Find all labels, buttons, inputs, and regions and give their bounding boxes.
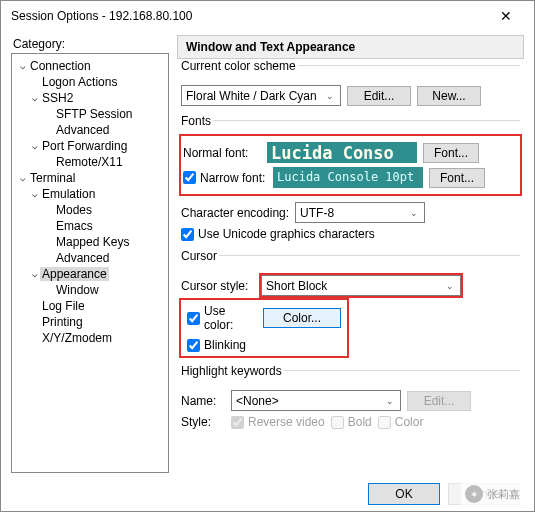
tree-xyz[interactable]: X/Y/Zmodem <box>40 331 114 345</box>
group-cursor: Cursor Cursor style: Short Block⌄ Use co… <box>181 255 520 362</box>
color-scheme-combo[interactable]: Floral White / Dark Cyan⌄ <box>181 85 341 106</box>
normal-font-sample: Lucida Conso <box>267 142 417 163</box>
bold-checkbox: Bold <box>331 415 372 429</box>
scheme-edit-button[interactable]: Edit... <box>347 86 411 106</box>
group-fonts: Fonts Normal font: Lucida Conso Font... … <box>181 120 520 247</box>
narrow-font-checkbox[interactable]: Narrow font: <box>183 171 267 185</box>
tree-logfile[interactable]: Log File <box>40 299 87 313</box>
category-label: Category: <box>13 37 65 51</box>
narrow-font-sample: Lucida Console 10pt <box>273 167 423 188</box>
hl-style-label: Style: <box>181 415 225 429</box>
chevron-down-icon[interactable] <box>16 173 28 183</box>
dialog-footer: OK Cancel <box>1 483 534 505</box>
window-title: Session Options - 192.168.80.100 <box>11 9 486 23</box>
tree-mapped[interactable]: Mapped Keys <box>54 235 131 249</box>
watermark: ✶ 张莉嘉 <box>461 483 524 505</box>
chevron-down-icon: ⌄ <box>446 281 456 291</box>
tree-ssh2[interactable]: SSH2 <box>40 91 75 105</box>
close-icon: ✕ <box>500 8 512 24</box>
unicode-checkbox[interactable]: Use Unicode graphics characters <box>181 227 375 241</box>
tree-sftp[interactable]: SFTP Session <box>54 107 134 121</box>
tree-portfwd[interactable]: Port Forwarding <box>40 139 129 153</box>
tree-terminal[interactable]: Terminal <box>28 171 77 185</box>
wechat-icon: ✶ <box>465 485 483 503</box>
tree-window[interactable]: Window <box>54 283 101 297</box>
pane-title: Window and Text Appearance <box>177 35 524 59</box>
blinking-checkbox[interactable]: Blinking <box>187 338 246 352</box>
category-tree[interactable]: Connection Logon Actions SSH2 SFTP Sessi… <box>11 53 169 473</box>
chevron-down-icon: ⌄ <box>326 91 336 101</box>
chevron-down-icon[interactable] <box>28 141 40 151</box>
tree-printing[interactable]: Printing <box>40 315 85 329</box>
use-color-checkbox[interactable]: Use color: <box>187 304 257 332</box>
encoding-label: Character encoding: <box>181 206 289 220</box>
tree-advanced1[interactable]: Advanced <box>54 123 111 137</box>
chevron-down-icon[interactable] <box>16 61 28 71</box>
hl-edit-button: Edit... <box>407 391 471 411</box>
tree-logon[interactable]: Logon Actions <box>40 75 119 89</box>
reverse-video-checkbox: Reverse video <box>231 415 325 429</box>
normal-font-label: Normal font: <box>183 146 261 160</box>
cursor-style-label: Cursor style: <box>181 279 255 293</box>
ok-button[interactable]: OK <box>368 483 440 505</box>
scheme-new-button[interactable]: New... <box>417 86 481 106</box>
group-color-scheme: Current color scheme Floral White / Dark… <box>181 65 520 112</box>
chevron-down-icon: ⌄ <box>386 396 396 406</box>
tree-appearance[interactable]: Appearance <box>40 267 109 281</box>
titlebar: Session Options - 192.168.80.100 ✕ <box>1 1 534 31</box>
encoding-combo[interactable]: UTF-8⌄ <box>295 202 425 223</box>
normal-font-button[interactable]: Font... <box>423 143 479 163</box>
tree-advanced2[interactable]: Advanced <box>54 251 111 265</box>
chevron-down-icon[interactable] <box>28 189 40 199</box>
cursor-style-combo[interactable]: Short Block⌄ <box>261 275 461 296</box>
close-button[interactable]: ✕ <box>486 2 526 30</box>
narrow-font-button[interactable]: Font... <box>429 168 485 188</box>
chevron-down-icon[interactable] <box>28 93 40 103</box>
hl-name-label: Name: <box>181 394 225 408</box>
color-checkbox: Color <box>378 415 424 429</box>
tree-modes[interactable]: Modes <box>54 203 94 217</box>
hl-name-combo[interactable]: <None>⌄ <box>231 390 401 411</box>
settings-pane: Window and Text Appearance Current color… <box>177 35 524 471</box>
chevron-down-icon[interactable] <box>28 269 40 279</box>
chevron-down-icon: ⌄ <box>410 208 420 218</box>
group-highlight: Highlight keywords Name: <None>⌄ Edit...… <box>181 370 520 435</box>
tree-emulation[interactable]: Emulation <box>40 187 97 201</box>
tree-emacs[interactable]: Emacs <box>54 219 95 233</box>
tree-connection[interactable]: Connection <box>28 59 93 73</box>
tree-remote[interactable]: Remote/X11 <box>54 155 125 169</box>
color-button[interactable]: Color... <box>263 308 341 328</box>
